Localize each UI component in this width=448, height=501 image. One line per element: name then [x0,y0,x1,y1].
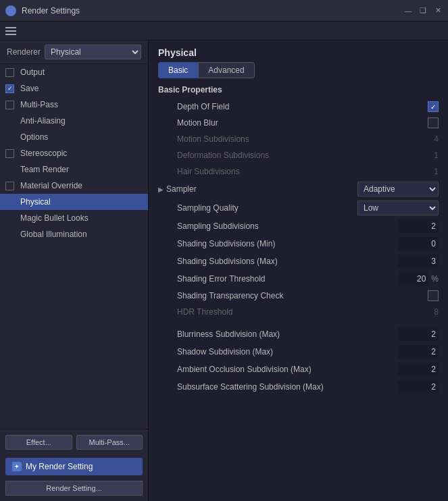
row-motionblur: Motion Blur [149,115,448,131]
sidebar-item-antialiasing[interactable]: Anti-Aliasing [0,113,148,129]
section-title: Basic Properties [149,82,448,99]
save-checkbox[interactable] [5,84,14,93]
row-deformsubdiv: Deformation Subdivisions 1 [149,147,448,163]
sampler-arrow: ▶ [158,186,164,193]
shadingtrans-checkbox[interactable] [428,290,439,301]
panel-tabs: Basic Advanced [149,62,448,82]
sidebar-item-globalillumination[interactable]: Global Illumination [0,226,148,242]
ao-input[interactable] [398,363,439,376]
sidebar-item-physical[interactable]: Physical [0,194,148,210]
title-bar: Render Settings — ❑ ✕ [0,0,448,22]
tab-basic[interactable]: Basic [158,62,198,78]
hairsubdiv-value: 1 [384,167,439,176]
multipass-button[interactable]: Multi-Pass... [76,435,143,450]
dof-checkbox[interactable] [428,101,439,112]
motionblur-label: Motion Blur [158,118,428,128]
renderer-select[interactable]: Physical [45,45,141,59]
row-blurriness: Blurriness Subdivision (Max) [149,325,448,343]
output-checkbox[interactable] [5,68,14,77]
renderer-row: Renderer Physical [0,41,148,64]
sampler-label: Sampler [166,184,197,194]
row-samplingquality: Sampling Quality Low Medium High Custom [149,199,448,217]
sidebar-item-save[interactable]: Save [0,80,148,97]
tab-advanced[interactable]: Advanced [198,62,254,78]
sidebar-item-options[interactable]: Options [0,129,148,145]
sampler-select[interactable]: Adaptive Fixed Progressive [357,182,439,196]
multipass-checkbox[interactable] [5,101,14,109]
settings-area: Depth Of Field Motion Blur Motion Subdiv… [149,99,448,501]
shadingtrans-label: Shading Transparency Check [158,291,428,300]
app-icon [5,5,16,16]
sidebar-item-multipass[interactable]: Multi-Pass [0,97,148,113]
row-dof: Depth Of Field [149,99,448,115]
sidebar-item-stereoscopic[interactable]: Stereoscopic [0,145,148,161]
shadingsubdivmin-input[interactable] [398,237,439,250]
stereoscopic-checkbox[interactable] [5,149,14,158]
shadow-input[interactable] [398,345,439,359]
blurriness-input[interactable] [398,327,439,341]
materialoverride-checkbox[interactable] [5,182,14,190]
menu-bar [0,22,448,41]
main-panel: Physical Basic Advanced Basic Properties… [149,41,448,501]
row-hdrthreshold: HDR Threshold 8 [149,304,448,320]
row-shadow: Shadow Subdivision (Max) [149,343,448,361]
sidebar-item-output[interactable]: Output [0,64,148,80]
render-item-icon: ✦ [12,462,22,471]
row-sss: Subsurface Scattering Subdivision (Max) [149,378,448,396]
samplingsubdiv-input[interactable] [398,219,439,233]
sidebar-item-magicbullet[interactable]: Magic Bullet Looks [0,210,148,226]
blurriness-label: Blurriness Subdivision (Max) [158,329,398,339]
samplingsubdiv-label: Sampling Subdivisions [158,221,398,231]
row-shadingerror: Shading Error Threshold % [149,270,448,288]
shadingerror-value-area: % [399,272,439,286]
hamburger-menu[interactable] [5,27,16,35]
motionblur-checkbox[interactable] [428,117,439,128]
deformsubdiv-label: Deformation Subdivisions [158,151,384,160]
row-sampler: ▶ Sampler Adaptive Fixed Progressive [149,180,448,199]
hdrthreshold-value: 8 [384,307,439,317]
shadingsubdivmax-input[interactable] [398,255,439,268]
row-ao: Ambient Occlusion Subdivision (Max) [149,361,448,378]
row-shadingtrans: Shading Transparency Check [149,288,448,304]
row-shadingsubdivmin: Shading Subdivisions (Min) [149,235,448,253]
sidebar: Renderer Physical Output Save [0,41,149,501]
shadingsubdivmax-label: Shading Subdivisions (Max) [158,257,398,266]
shadingsubdivmin-label: Shading Subdivisions (Min) [158,239,398,248]
row-samplingsubdiv: Sampling Subdivisions [149,217,448,235]
row-hairsubdiv: Hair Subdivisions 1 [149,163,448,180]
app-body: Renderer Physical Output Save [0,22,448,501]
sss-input[interactable] [398,380,439,394]
title-bar-controls: — ❑ ✕ [403,6,443,16]
sidebar-bottom-buttons: Effect... Multi-Pass... [0,429,148,455]
sidebar-item-materialoverride[interactable]: Material Override [0,178,148,194]
render-setting-button[interactable]: Render Setting... [5,481,143,496]
render-setting-area: Render Setting... [5,481,143,496]
samplingquality-label: Sampling Quality [158,203,357,213]
samplingquality-select[interactable]: Low Medium High Custom [357,201,439,215]
percent-sign: % [431,274,439,284]
renderer-label: Renderer [7,47,41,57]
active-render-item[interactable]: ✦ My Render Setting [5,458,143,475]
effect-button[interactable]: Effect... [5,435,72,450]
deformsubdiv-value: 1 [384,151,439,160]
motionsubdiv-label: Motion Subdivisions [158,134,384,144]
content-area: Renderer Physical Output Save [0,41,448,501]
row-motionsubdiv: Motion Subdivisions 4 [149,131,448,147]
title-bar-title: Render Settings [22,6,403,16]
maximize-button[interactable]: ❑ [418,6,428,16]
close-button[interactable]: ✕ [433,6,443,16]
minimize-button[interactable]: — [403,6,413,16]
row-shadingsubdivmax: Shading Subdivisions (Max) [149,253,448,270]
hdrthreshold-label: HDR Threshold [158,307,384,317]
panel-title: Physical [149,41,448,62]
motionsubdiv-value: 4 [384,134,439,144]
sidebar-items: Output Save Multi-Pass Anti-Aliasing [0,64,148,429]
divider [149,320,448,325]
shadow-label: Shadow Subdivision (Max) [158,347,398,357]
shadingerror-input[interactable] [399,272,428,286]
shadingerror-label: Shading Error Threshold [158,274,399,284]
hairsubdiv-label: Hair Subdivisions [158,167,384,176]
sidebar-item-teamrender[interactable]: Team Render [0,161,148,178]
sss-label: Subsurface Scattering Subdivision (Max) [158,382,398,392]
ao-label: Ambient Occlusion Subdivision (Max) [158,365,398,374]
